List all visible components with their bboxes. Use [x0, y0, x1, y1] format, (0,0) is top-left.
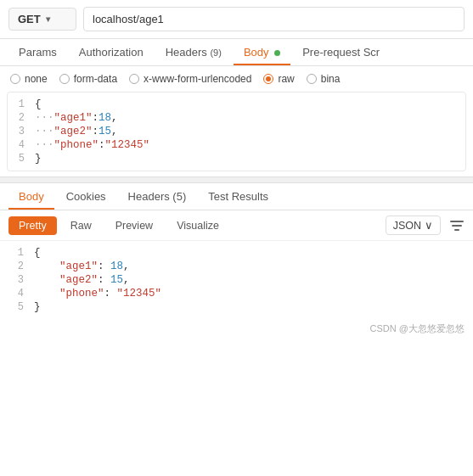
view-preview-button[interactable]: Preview	[105, 216, 163, 235]
resp-tab-headers-label: Headers (5)	[128, 190, 187, 203]
radio-binary-label: bina	[321, 73, 341, 85]
resp-tab-test-results-label: Test Results	[208, 190, 268, 203]
radio-raw-circle	[263, 74, 273, 84]
body-dot-indicator	[274, 50, 280, 56]
req-code-line-3: 3 ···"age2":15,	[8, 125, 465, 138]
format-select[interactable]: JSON ∨	[386, 216, 441, 235]
view-visualize-button[interactable]: Visualize	[166, 216, 229, 235]
radio-form-data-circle	[59, 74, 70, 84]
method-select[interactable]: GET ▾	[8, 8, 76, 31]
tab-pre-request-label: Pre-request Scr	[302, 46, 380, 59]
resp-tab-cookies-label: Cookies	[66, 190, 106, 203]
method-chevron: ▾	[46, 14, 50, 24]
tab-authorization[interactable]: Authorization	[69, 39, 154, 65]
resp-tab-cookies[interactable]: Cookies	[56, 183, 116, 210]
radio-none-label: none	[25, 73, 48, 85]
tab-params-label: Params	[19, 46, 57, 59]
watermark: CSDN @大忽悠爱忽悠	[0, 319, 473, 339]
req-code-line-5: 5 }	[8, 152, 465, 165]
radio-form-data[interactable]: form-data	[59, 73, 117, 85]
svg-rect-2	[454, 229, 459, 231]
radio-urlencoded-label: x-www-form-urlencoded	[144, 73, 251, 85]
method-label: GET	[18, 13, 41, 25]
resp-tab-test-results[interactable]: Test Results	[198, 183, 279, 210]
tab-params[interactable]: Params	[8, 39, 67, 65]
radio-urlencoded[interactable]: x-www-form-urlencoded	[129, 73, 251, 85]
response-tabs: Body Cookies Headers (5) Test Results	[0, 183, 473, 210]
radio-binary-circle	[307, 74, 317, 84]
tab-body[interactable]: Body	[234, 39, 290, 65]
radio-binary[interactable]: bina	[307, 73, 341, 85]
svg-rect-0	[450, 221, 464, 222]
resp-tab-body-label: Body	[19, 190, 44, 203]
filter-icon[interactable]	[449, 219, 465, 232]
url-input[interactable]	[83, 7, 465, 31]
svg-rect-1	[452, 225, 462, 227]
tab-pre-request[interactable]: Pre-request Scr	[292, 39, 390, 65]
resp-code-line-5: 5 }	[7, 300, 466, 314]
resp-code-line-4: 4 "phone": "12345"	[7, 287, 466, 300]
resp-code-line-3: 3 "age2": 15,	[7, 273, 466, 287]
radio-raw[interactable]: raw	[263, 73, 294, 85]
radio-raw-label: raw	[278, 73, 294, 85]
request-code-editor[interactable]: 1 { 2 ···"age1":18, 3 ···"age2":15, 4 ··…	[7, 92, 466, 171]
tab-headers[interactable]: Headers (9)	[155, 39, 232, 65]
resp-tab-headers[interactable]: Headers (5)	[118, 183, 197, 210]
view-raw-button[interactable]: Raw	[60, 216, 102, 235]
request-tabs: Params Authorization Headers (9) Body Pr…	[0, 39, 473, 66]
req-code-line-4: 4 ···"phone":"12345"	[8, 138, 465, 152]
tab-authorization-label: Authorization	[79, 46, 144, 59]
req-code-line-2: 2 ···"age1":18,	[8, 111, 465, 125]
watermark-text: CSDN @大忽悠爱忽悠	[370, 323, 465, 333]
top-bar: GET ▾	[0, 0, 473, 39]
tab-headers-label: Headers (9)	[166, 46, 222, 59]
radio-urlencoded-circle	[129, 74, 139, 84]
format-label: JSON	[393, 220, 421, 232]
tab-body-label: Body	[244, 46, 269, 59]
resp-code-line-2: 2 "age1": 18,	[7, 260, 466, 273]
resp-code-line-1: 1 {	[7, 246, 466, 260]
section-divider	[0, 176, 473, 183]
radio-none[interactable]: none	[10, 73, 48, 85]
body-type-row: none form-data x-www-form-urlencoded raw…	[0, 66, 473, 92]
response-code-editor: 1 { 2 "age1": 18, 3 "age2": 15, 4 "phone…	[7, 241, 466, 319]
req-code-line-1: 1 {	[8, 98, 465, 111]
radio-form-data-label: form-data	[74, 73, 117, 85]
radio-none-circle	[10, 74, 20, 84]
view-mode-row: Pretty Raw Preview Visualize JSON ∨	[0, 210, 473, 241]
format-chevron: ∨	[425, 219, 433, 232]
resp-tab-body[interactable]: Body	[8, 183, 54, 210]
view-pretty-button[interactable]: Pretty	[8, 216, 57, 235]
